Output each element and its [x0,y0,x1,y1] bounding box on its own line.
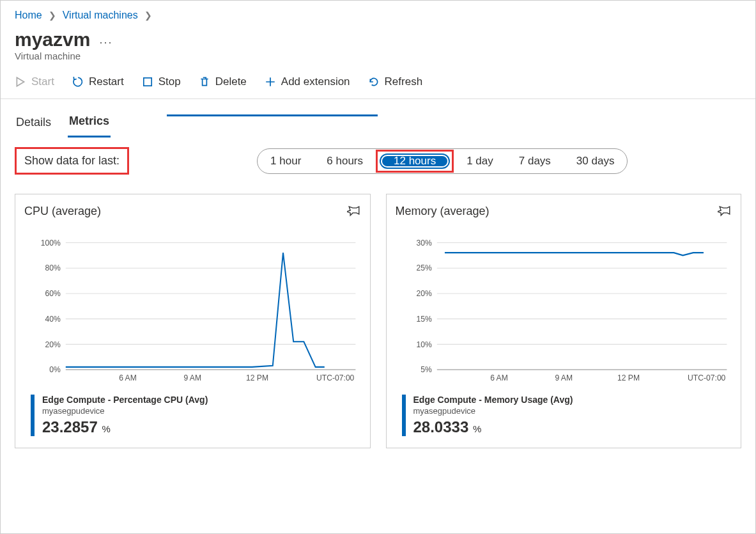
ytick: 80% [45,263,60,272]
xtick: UTC-07:00 [688,373,725,382]
svg-rect-0 [144,78,151,86]
highlight-box: 12 hours [376,150,454,173]
memory-metric-label: Edge Compute - Memory Usage (Avg) [413,395,573,405]
start-label: Start [31,75,54,88]
command-bar: Start Restart Stop Delete Add extension … [1,70,755,99]
pin-icon[interactable] [347,203,361,220]
xtick: UTC-07:00 [316,373,354,382]
tab-metrics[interactable]: Metrics [68,108,111,137]
trash-icon [199,76,210,88]
cpu-metric-label: Edge Compute - Percentage CPU (Avg) [42,395,208,405]
timerange-1d[interactable]: 1 day [454,149,506,173]
decorative-underline [167,114,378,116]
cpu-card-title: CPU (average) [24,205,361,218]
stop-icon [142,76,153,88]
restart-button[interactable]: Restart [72,75,124,88]
memory-chart: 30% 25% 20% 15% 10% 5% 6 AM 9 AM 12 PM U… [396,236,732,383]
ytick: 40% [45,315,60,324]
pin-icon[interactable] [718,203,732,220]
refresh-icon [368,76,380,88]
memory-card-title: Memory (average) [396,205,732,218]
xtick: 6 AM [490,373,508,382]
timerange-selector: 1 hour 6 hours 12 hours 1 day 7 days 30 … [257,148,628,174]
cpu-device: myasegpudevice [42,406,208,416]
ytick: 100% [41,238,61,247]
add-extension-label: Add extension [281,75,350,88]
refresh-label: Refresh [385,75,423,88]
tab-details[interactable]: Details [15,109,52,137]
delete-button[interactable]: Delete [199,75,247,88]
xtick: 12 PM [246,373,268,382]
xtick: 6 AM [119,373,137,382]
chevron-right-icon: ❯ [49,10,56,20]
ytick: 10% [416,340,431,349]
memory-summary: Edge Compute - Memory Usage (Avg) myaseg… [396,395,732,436]
more-icon[interactable]: ··· [99,36,112,49]
restart-icon [72,76,84,88]
ytick: 5% [420,365,432,374]
ytick: 0% [49,365,61,374]
refresh-button[interactable]: Refresh [368,75,423,88]
ytick: 60% [45,289,60,298]
timerange-7d[interactable]: 7 days [506,149,564,173]
breadcrumb: Home ❯ Virtual machines ❯ [1,1,755,25]
ytick: 20% [45,340,60,349]
timerange-12h[interactable]: 12 hours [380,153,450,169]
add-extension-button[interactable]: Add extension [265,75,350,88]
cpu-summary: Edge Compute - Percentage CPU (Avg) myas… [24,395,361,436]
memory-value: 28.0333 % [413,418,573,436]
xtick: 9 AM [555,373,573,382]
timerange-label: Show data for last: [15,147,129,175]
timerange-30d[interactable]: 30 days [564,149,628,173]
delete-label: Delete [215,75,247,88]
ytick: 20% [416,289,431,298]
cpu-chart: 100% 80% 60% 40% 20% 0% 6 AM 9 AM 12 PM … [24,236,361,383]
stop-label: Stop [158,75,181,88]
restart-label: Restart [89,75,124,88]
start-button: Start [15,75,54,88]
timerange-1h[interactable]: 1 hour [258,149,314,173]
xtick: 12 PM [617,373,639,382]
cpu-value: 23.2857 % [42,418,208,436]
page-title: myazvm [15,29,90,51]
ytick: 25% [416,263,431,272]
breadcrumb-vms[interactable]: Virtual machines [63,10,138,21]
plus-icon [265,76,276,88]
xtick: 9 AM [183,373,201,382]
play-icon [15,76,26,88]
series-color-swatch [402,395,406,436]
stop-button[interactable]: Stop [142,75,181,88]
breadcrumb-home[interactable]: Home [15,10,42,21]
memory-device: myasegpudevice [413,406,573,416]
ytick: 15% [416,315,431,324]
ytick: 30% [416,238,431,247]
resource-type-label: Virtual machine [1,51,755,70]
series-color-swatch [31,395,35,436]
chevron-right-icon: ❯ [144,10,152,20]
memory-card: Memory (average) 30% 25% 20% 15% 10% [386,194,742,448]
cpu-card: CPU (average) 100% 80% 60% 40% 20% [15,194,371,448]
timerange-6h[interactable]: 6 hours [314,149,376,173]
